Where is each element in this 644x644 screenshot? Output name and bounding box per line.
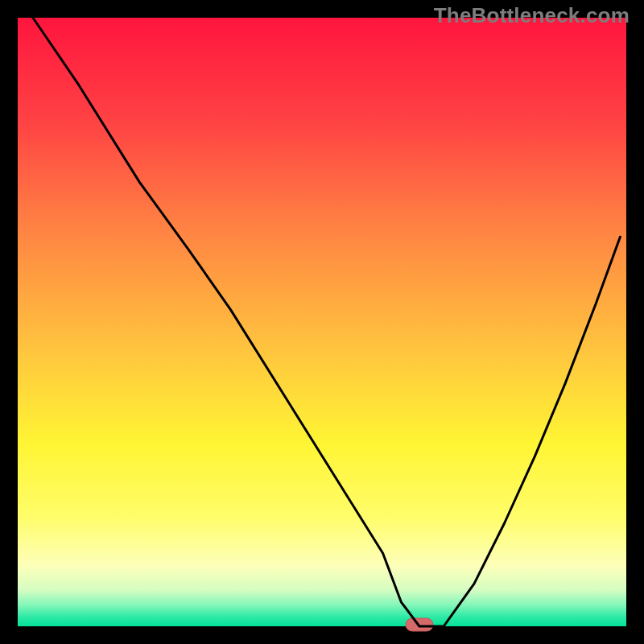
- plot-background: [18, 18, 626, 626]
- watermark-text: TheBottleneck.com: [434, 3, 630, 28]
- chart-container: TheBottleneck.com: [0, 0, 644, 644]
- chart-svg: [0, 0, 644, 644]
